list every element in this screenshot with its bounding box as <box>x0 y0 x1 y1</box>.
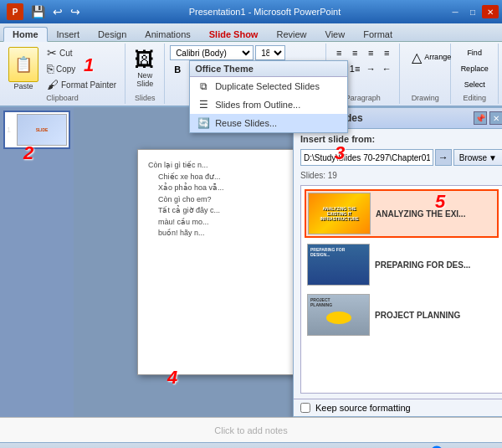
save-icon[interactable]: 💾 <box>28 4 48 19</box>
close-button[interactable]: ✕ <box>482 5 499 18</box>
align-left-button[interactable]: ≡ <box>331 45 346 59</box>
path-arrow-button[interactable]: → <box>435 149 452 166</box>
replace-button[interactable]: Replace <box>456 61 493 75</box>
justify-button[interactable]: ≡ <box>379 45 394 59</box>
browse-label: Browse <box>459 153 487 162</box>
slides-group: 🖼 NewSlide Office Theme ⧉ Duplicate Sele… <box>126 44 165 104</box>
paragraph-label: Paragraph <box>346 92 381 102</box>
minimize-button[interactable]: ─ <box>447 5 464 18</box>
reuse-slides-list: ANALYZING THEEXISTING ITINFRASTRUCTURE A… <box>300 185 502 394</box>
tab-review[interactable]: Review <box>267 27 315 41</box>
reuse-slide-item-3[interactable]: PROJECTPLANNING PROJECT PLANNING <box>305 291 499 338</box>
reuse-slides-item[interactable]: 🔄 Reuse Slides... <box>190 114 347 132</box>
align-right-button[interactable]: ≡ <box>363 45 378 59</box>
window-controls: ─ □ ✕ <box>447 5 499 18</box>
editing-label: Editing <box>463 92 486 102</box>
keep-formatting-checkbox[interactable] <box>300 403 310 413</box>
editing-content: Find Replace Select <box>456 45 493 92</box>
drawing-content: △ Arrange <box>405 45 445 92</box>
powerpoint-logo: P <box>7 3 23 20</box>
tab-animations[interactable]: Animations <box>136 27 199 41</box>
reuse-slide-thumb-3: PROJECTPLANNING <box>307 294 370 336</box>
copy-button[interactable]: ⎘Copy <box>44 61 120 76</box>
window-title: Presentation1 - Microsoft PowerPoint <box>83 7 447 17</box>
clipboard-small-buttons: ✂Cut ⎘Copy 🖌Format Painter <box>44 45 120 92</box>
numbered-list-button[interactable]: 1≡ <box>347 61 362 75</box>
new-slide-label: NewSlide <box>136 71 153 88</box>
reuse-thumb-content-3: PROJECTPLANNING <box>308 295 369 335</box>
tab-format[interactable]: Format <box>354 27 402 41</box>
paste-button[interactable]: 📋 Paste <box>5 45 42 92</box>
font-family-select[interactable]: Calibri (Body) <box>170 45 254 60</box>
reuse-slide-label-1: ANALYZING THE EXI... <box>376 209 465 219</box>
slides-context-menu: Office Theme ⧉ Duplicate Selected Slides… <box>189 60 348 133</box>
quick-access-toolbar: 💾 ↩ ↪ <box>28 4 83 19</box>
browse-dropdown-icon: ▼ <box>489 153 497 162</box>
slide-thumbnail-1: SLIDE <box>17 114 67 146</box>
reuse-slide-label-2: PREPARING FOR DES... <box>375 260 470 270</box>
align-center-button[interactable]: ≡ <box>347 45 362 59</box>
editing-group: Find Replace Select Editing <box>451 44 499 104</box>
slides-content: 🖼 NewSlide Office Theme ⧉ Duplicate Sele… <box>131 45 159 92</box>
clipboard-group: 📋 Paste ✂Cut ⎘Copy 🖌Format Painter Clipb… <box>0 44 126 104</box>
cut-icon: ✂ <box>47 46 57 59</box>
canvas-area[interactable]: Còn lại gì tiếc n... Chiếc xe hoa đư... … <box>74 107 502 417</box>
reuse-slide-item-2[interactable]: PREPARING FORDESIGN... PREPARING FOR DES… <box>305 241 499 288</box>
notes-area[interactable]: Click to add notes <box>0 417 502 442</box>
slide-panel: 1 SLIDE <box>0 107 74 417</box>
reuse-slides-panel: Reuse Slides 📌 ✕ Insert slide from: → Br… <box>293 107 502 417</box>
browse-button[interactable]: Browse ▼ <box>453 149 502 166</box>
indent-button[interactable]: → <box>363 61 378 75</box>
format-painter-icon: 🖌 <box>47 78 59 91</box>
paste-icon: 📋 <box>8 47 38 82</box>
new-slide-button[interactable]: 🖼 NewSlide <box>131 45 159 90</box>
font-size-select[interactable]: 18 <box>255 45 285 60</box>
undo-icon[interactable]: ↩ <box>50 4 65 19</box>
select-button[interactable]: Select <box>456 77 493 91</box>
slide-number-1: 1 <box>7 126 15 134</box>
duplicate-icon: ⧉ <box>197 80 210 92</box>
reuse-slide-label-3: PROJECT PLANNING <box>375 310 460 321</box>
tab-design[interactable]: Design <box>89 27 136 41</box>
copy-icon: ⎘ <box>47 62 54 75</box>
path-input[interactable] <box>300 149 433 166</box>
slides-from-outline-item[interactable]: ☰ Slides from Outline... <box>190 95 347 114</box>
reuse-icon: 🔄 <box>197 117 210 129</box>
path-row: → Browse ▼ <box>300 149 502 166</box>
reuse-pin-button[interactable]: 📌 <box>474 111 487 125</box>
ribbon-tabs: Home Insert Design Animations Slide Show… <box>0 23 502 42</box>
clipboard-content: 📋 Paste ✂Cut ⎘Copy 🖌Format Painter <box>5 45 120 92</box>
maximize-button[interactable]: □ <box>464 5 481 18</box>
duplicate-label: Duplicate Selected Slides <box>215 81 320 91</box>
reuse-close-button[interactable]: ✕ <box>489 111 502 125</box>
tab-slideshow[interactable]: Slide Show <box>200 27 268 41</box>
notes-placeholder: Click to add notes <box>214 425 287 435</box>
tab-insert[interactable]: Insert <box>48 27 90 41</box>
slides-count: Slides: 19 <box>300 171 502 180</box>
format-painter-button[interactable]: 🖌Format Painter <box>44 77 120 92</box>
font-row1: Calibri (Body) 18 <box>170 45 320 60</box>
cut-button[interactable]: ✂Cut <box>44 45 120 60</box>
ribbon: 📋 Paste ✂Cut ⎘Copy 🖌Format Painter Clipb… <box>0 42 502 107</box>
find-button[interactable]: Find <box>456 45 493 59</box>
new-slide-icon: 🖼 <box>135 48 155 71</box>
redo-icon[interactable]: ↪ <box>68 4 83 19</box>
reuse-thumb-content-2: PREPARING FORDESIGN... <box>308 245 369 285</box>
title-bar-left: P 💾 ↩ ↪ <box>7 3 83 20</box>
reuse-label: Reuse Slides... <box>215 118 277 128</box>
paste-label: Paste <box>13 82 33 90</box>
reuse-slide-thumb-1: ANALYZING THEEXISTING ITINFRASTRUCTURE <box>308 193 371 234</box>
reuse-panel-controls: 📌 ✕ <box>474 111 502 125</box>
reuse-panel-footer: Keep source formatting <box>294 399 502 416</box>
arrange-button[interactable]: Arrange <box>430 50 445 64</box>
tab-view[interactable]: View <box>316 27 355 41</box>
insert-from-label: Insert slide from: <box>300 134 502 144</box>
tab-home[interactable]: Home <box>3 27 48 42</box>
bold-button[interactable]: B <box>170 62 185 76</box>
outdent-button[interactable]: ← <box>379 61 394 75</box>
outline-icon: ☰ <box>197 99 210 111</box>
duplicate-slides-item[interactable]: ⧉ Duplicate Selected Slides <box>190 77 347 95</box>
reuse-slide-item-1[interactable]: ANALYZING THEEXISTING ITINFRASTRUCTURE A… <box>305 189 499 238</box>
reuse-panel-body: Insert slide from: → Browse ▼ Slides: 19 <box>294 129 502 399</box>
slide-thumb-1[interactable]: 1 SLIDE <box>3 111 70 149</box>
